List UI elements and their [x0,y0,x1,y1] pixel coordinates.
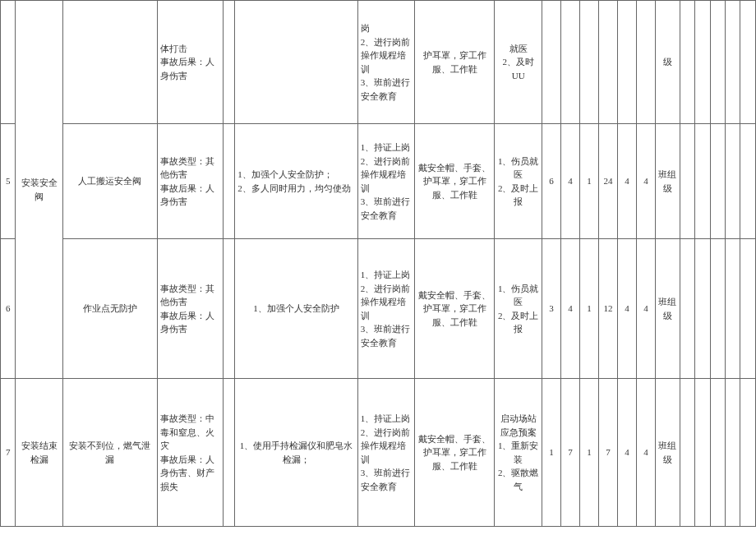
cell-accident: 事故类型：其他伤害 事故后果：人身伤害 [157,124,224,239]
cell-e1 [680,379,694,527]
cell-n3 [579,1,598,124]
cell-task: 安装安全阀 [16,1,63,379]
cell-x [224,124,235,239]
cell-n4: 7 [598,379,617,527]
cell-activity: 人工搬运安全阀 [62,124,157,239]
table-row: 6 作业点无防护 事故类型：其他伤害 事故后果：人身伤害 1、加强个人安全防护 … [1,239,756,379]
cell-n3: 1 [579,124,598,239]
cell-emergency: 启动场站应急预案 1、重新安装 2、驱散燃气 [495,379,542,527]
cell-e5 [740,379,756,527]
cell-engineering: 1、使用手持检漏仪和肥皂水检漏； [235,379,358,527]
cell-ppe: 戴安全帽、手套、护耳罩，穿工作服、工作鞋 [414,379,495,527]
cell-x [224,239,235,379]
cell-activity: 安装不到位，燃气泄漏 [62,379,157,527]
cell-n6: 4 [636,379,655,527]
cell-e2 [695,124,710,239]
cell-lvl: 级 [655,1,680,124]
cell-ppe: 戴安全帽、手套、护耳罩，穿工作服、工作鞋 [414,239,495,379]
cell-n3: 1 [579,239,598,379]
cell-n2: 4 [560,124,579,239]
cell-idx: 5 [1,124,16,239]
cell-e4 [726,1,740,124]
cell-e3 [710,124,725,239]
cell-management: 岗 2、进行岗前操作规程培训 3、班前进行安全教育 [357,1,414,124]
cell-n1: 3 [542,239,560,379]
cell-e3 [710,379,725,527]
cell-e3 [710,239,725,379]
cell-n4: 12 [598,239,617,379]
cell-e1 [680,124,694,239]
cell-emergency: 1、伤员就医 2、及时上报 [495,239,542,379]
cell-engineering: 1、加强个人安全防护； 2、多人同时用力，均匀使劲 [235,124,358,239]
cell-n6: 4 [636,239,655,379]
cell-e5 [740,239,756,379]
cell-e2 [695,1,710,124]
cell-n1: 1 [542,379,560,527]
cell-task: 安装结束检漏 [16,379,63,527]
cell-n5: 4 [617,124,636,239]
cell-accident: 事故类型：中毒和窒息、火灾 事故后果：人身伤害、财产损失 [157,379,224,527]
cell-idx [1,1,16,124]
cell-accident: 体打击 事故后果：人身伤害 [157,1,224,124]
cell-activity: 作业点无防护 [62,239,157,379]
cell-e3 [710,1,725,124]
cell-engineering [235,1,358,124]
cell-lvl: 班组级 [655,379,680,527]
cell-n5: 4 [617,379,636,527]
cell-e1 [680,1,694,124]
cell-e5 [740,124,756,239]
cell-management: 1、持证上岗 2、进行岗前操作规程培训 3、班前进行安全教育 [357,379,414,527]
cell-lvl: 班组级 [655,124,680,239]
cell-n5: 4 [617,239,636,379]
cell-n3: 1 [579,379,598,527]
cell-idx: 7 [1,379,16,527]
cell-ppe: 戴安全帽、手套、护耳罩，穿工作服、工作鞋 [414,124,495,239]
cell-n5 [617,1,636,124]
cell-emergency: 1、伤员就医 2、及时上报 [495,124,542,239]
table-row: 安装安全阀 体打击 事故后果：人身伤害 岗 2、进行岗前操作规程培训 3、班前进… [1,1,756,124]
cell-emergency: 就医 2、及时 UU [495,1,542,124]
cell-lvl: 班组级 [655,239,680,379]
cell-n4 [598,1,617,124]
cell-n1 [542,1,560,124]
cell-n2 [560,1,579,124]
cell-n2: 7 [560,379,579,527]
cell-e4 [726,124,740,239]
cell-e2 [695,239,710,379]
risk-table: 安装安全阀 体打击 事故后果：人身伤害 岗 2、进行岗前操作规程培训 3、班前进… [0,0,756,527]
cell-n1: 6 [542,124,560,239]
cell-e2 [695,379,710,527]
cell-e1 [680,239,694,379]
cell-management: 1、持证上岗 2、进行岗前操作规程培训 3、班前进行安全教育 [357,124,414,239]
cell-n6 [636,1,655,124]
cell-idx: 6 [1,239,16,379]
cell-ppe: 护耳罩，穿工作服、工作鞋 [414,1,495,124]
table-row: 7 安装结束检漏 安装不到位，燃气泄漏 事故类型：中毒和窒息、火灾 事故后果：人… [1,379,756,527]
cell-management: 1、持证上岗 2、进行岗前操作规程培训 3、班前进行安全教育 [357,239,414,379]
cell-e4 [726,379,740,527]
cell-e5 [740,1,756,124]
cell-activity [62,1,157,124]
cell-e4 [726,239,740,379]
cell-accident: 事故类型：其他伤害 事故后果：人身伤害 [157,239,224,379]
cell-n4: 24 [598,124,617,239]
cell-n6: 4 [636,124,655,239]
table-row: 5 人工搬运安全阀 事故类型：其他伤害 事故后果：人身伤害 1、加强个人安全防护… [1,124,756,239]
cell-engineering: 1、加强个人安全防护 [235,239,358,379]
cell-n2: 4 [560,239,579,379]
cell-x [224,379,235,527]
cell-x [224,1,235,124]
